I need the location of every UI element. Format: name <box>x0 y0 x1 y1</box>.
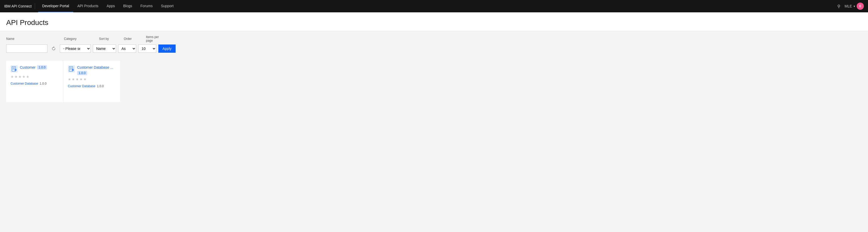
products-section: ✓ Customer 1.0.0 ★ ★ ★ ★ ★ Customer Data… <box>0 57 868 160</box>
product-plan-name-1: Customer Database <box>68 84 95 88</box>
filter-labels: Name Category Sort by Order Items per pa… <box>6 35 862 42</box>
star-1: ★ <box>68 77 71 81</box>
name-input[interactable] <box>6 44 48 53</box>
apply-button[interactable]: Apply <box>158 44 176 53</box>
star-3: ★ <box>18 75 22 79</box>
nav-link-forums[interactable]: Forums <box>136 0 157 12</box>
product-card-header-1: ✓ Customer Database ... 1.0.0 <box>68 65 116 75</box>
username-label: MLE <box>844 4 852 8</box>
star-2: ★ <box>14 75 18 79</box>
filter-label-name: Name <box>6 37 48 41</box>
search-icon[interactable]: ⚲ <box>835 2 842 11</box>
star-3: ★ <box>75 77 79 81</box>
product-version-0: 1.0.0 <box>37 65 47 70</box>
nav-links: Developer Portal API Products Apps Blogs… <box>38 0 836 12</box>
chevron-down-icon: ▼ <box>853 5 856 8</box>
products-grid: ✓ Customer 1.0.0 ★ ★ ★ ★ ★ Customer Data… <box>6 61 862 102</box>
nav-link-support[interactable]: Support <box>157 0 178 12</box>
page-header: API Products <box>0 12 868 31</box>
nav-divider <box>35 3 35 9</box>
category-select[interactable]: - Please select - <box>60 44 91 53</box>
refresh-button[interactable] <box>50 44 58 53</box>
filter-section: Name Category Sort by Order Items per pa… <box>0 31 868 57</box>
product-name-version-1: Customer Database ... 1.0.0 <box>77 65 116 75</box>
filter-label-order: Order <box>124 37 142 41</box>
product-name-1: Customer Database ... <box>77 65 113 70</box>
svg-text:✓: ✓ <box>72 69 73 71</box>
avatar: E <box>857 3 864 10</box>
product-icon-1: ✓ <box>68 65 75 73</box>
star-4: ★ <box>80 77 83 81</box>
brand-label: IBM API Connect <box>4 4 32 8</box>
star-5: ★ <box>83 77 87 81</box>
nav-link-apps[interactable]: Apps <box>103 0 119 12</box>
nav-link-blogs[interactable]: Blogs <box>119 0 136 12</box>
product-card-1[interactable]: ✓ Customer Database ... 1.0.0 ★ ★ ★ ★ ★ … <box>63 61 120 102</box>
filter-label-ipp: Items per page <box>146 35 166 42</box>
star-1: ★ <box>10 75 14 79</box>
product-plan-name-0: Customer Database <box>10 82 38 85</box>
product-card-header-0: ✓ Customer 1.0.0 <box>10 65 59 73</box>
product-footer-1: Customer Database 1.0.0 <box>68 84 116 88</box>
filter-label-sortby: Sort by <box>99 37 120 41</box>
star-2: ★ <box>72 77 75 81</box>
product-stars-0: ★ ★ ★ ★ ★ <box>10 75 59 79</box>
star-5: ★ <box>26 75 29 79</box>
nav-link-api-products[interactable]: API Products <box>73 0 103 12</box>
product-version-1: 1.0.0 <box>77 71 87 75</box>
product-plan-version-0: 1.0.0 <box>40 82 47 85</box>
user-menu[interactable]: MLE ▼ E <box>844 3 864 10</box>
ipp-select[interactable]: 10 25 50 <box>138 44 156 53</box>
filter-controls: - Please select - Name Asc Desc 10 25 50… <box>6 44 862 53</box>
product-icon-0: ✓ <box>10 65 18 73</box>
nav-link-developer-portal[interactable]: Developer Portal <box>38 0 73 12</box>
product-name-0: Customer <box>20 65 36 70</box>
product-name-version-0: Customer 1.0.0 <box>20 65 47 70</box>
page-title: API Products <box>6 18 862 31</box>
filter-label-category: Category <box>64 37 95 41</box>
product-stars-1: ★ ★ ★ ★ ★ <box>68 77 116 81</box>
svg-text:✓: ✓ <box>15 69 16 71</box>
nav-right: ⚲ MLE ▼ E <box>835 2 864 11</box>
refresh-icon <box>52 46 56 51</box>
product-footer-0: Customer Database 1.0.0 <box>10 82 59 85</box>
product-card-0[interactable]: ✓ Customer 1.0.0 ★ ★ ★ ★ ★ Customer Data… <box>6 61 63 102</box>
sortby-select[interactable]: Name <box>93 44 116 53</box>
topnav: IBM API Connect Developer Portal API Pro… <box>0 0 868 12</box>
order-select[interactable]: Asc Desc <box>118 44 136 53</box>
star-4: ★ <box>22 75 26 79</box>
product-plan-version-1: 1.0.0 <box>97 84 104 88</box>
